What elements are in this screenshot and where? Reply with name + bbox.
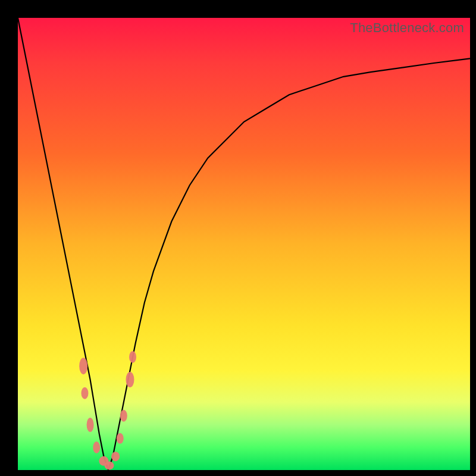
data-marker	[120, 410, 127, 422]
data-marker	[93, 441, 100, 453]
data-marker	[111, 452, 120, 461]
data-marker	[87, 418, 94, 432]
data-marker	[126, 372, 134, 387]
curve-svg	[18, 18, 470, 470]
data-marker	[129, 351, 136, 363]
data-marker	[79, 358, 87, 374]
chart-frame: TheBottleneck.com	[0, 0, 476, 476]
data-marker	[105, 461, 114, 469]
data-marker	[117, 433, 124, 444]
bottleneck-curve	[18, 18, 470, 470]
data-marker	[81, 387, 88, 399]
plot-area: TheBottleneck.com	[18, 18, 470, 470]
